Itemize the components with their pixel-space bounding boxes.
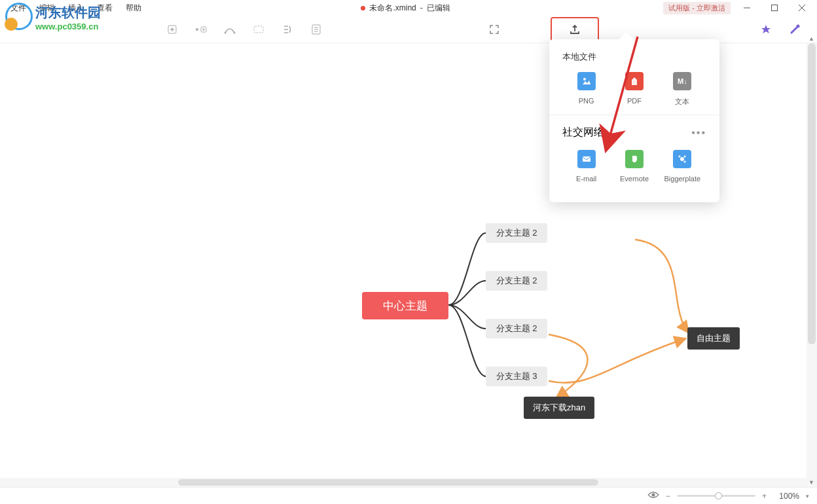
social-title: 社交网络 (562, 126, 604, 139)
format-button[interactable] (783, 19, 807, 40)
summary-button[interactable] (276, 19, 299, 40)
view-mode-icon[interactable] (647, 491, 659, 501)
zoom-slider[interactable] (677, 495, 755, 497)
zoom-out-button[interactable]: − (666, 492, 670, 501)
watermark-cn: 河东软件园 (35, 4, 101, 22)
vertical-scroll-thumb[interactable] (808, 43, 816, 344)
export-popover: 本地文件 PNG PDF M↓ 文本 社交网络 ••• E-mail (549, 39, 719, 202)
outline-button[interactable] (304, 19, 328, 40)
window-close-button[interactable] (791, 1, 813, 14)
branch-topic-3[interactable]: 分支主题 2 (486, 319, 547, 338)
watermark-url: www.pc0359.cn (35, 22, 101, 31)
svg-point-8 (797, 24, 800, 27)
menu-help[interactable]: 帮助 (119, 1, 148, 15)
add-topic-button[interactable] (160, 19, 184, 40)
window-minimize-button[interactable] (736, 1, 758, 14)
export-png-label: PNG (579, 97, 594, 105)
evernote-icon (625, 150, 644, 168)
title-area: 未命名.xmind - 已编辑 (148, 3, 663, 14)
favorite-button[interactable] (754, 19, 778, 40)
trial-badge[interactable]: 试用版 - 立即激活 (663, 2, 731, 14)
svg-point-5 (233, 31, 235, 33)
export-png[interactable]: PNG (564, 72, 609, 107)
share-email-label: E-mail (576, 175, 596, 183)
floating-topic-2[interactable]: 河东下载zhan (524, 397, 594, 419)
share-email[interactable]: E-mail (564, 150, 609, 183)
svg-point-11 (680, 157, 684, 161)
share-biggerplate[interactable]: Biggerplate (659, 150, 705, 183)
svg-rect-10 (583, 156, 590, 162)
branch-topic-2[interactable]: 分支主题 2 (486, 271, 547, 291)
export-pdf[interactable]: PDF (611, 72, 657, 107)
vertical-scrollbar[interactable]: ▲ ▼ (807, 43, 817, 487)
biggerplate-icon (673, 150, 691, 168)
export-pdf-label: PDF (627, 97, 642, 105)
export-text[interactable]: M↓ 文本 (659, 72, 705, 107)
svg-rect-0 (772, 5, 778, 11)
svg-point-2 (196, 28, 198, 31)
status-bar: − + 100% ▾ (0, 487, 817, 504)
menubar: 文件 编辑 插入 查看 帮助 未命名.xmind - 已编辑 试用版 - 立即激… (0, 0, 817, 16)
title-sep: - (420, 3, 423, 12)
menu-file[interactable]: 文件 (4, 1, 33, 15)
horizontal-scroll-thumb[interactable] (178, 479, 598, 486)
svg-point-4 (224, 31, 226, 33)
title-status: 已编辑 (427, 3, 450, 14)
pdf-icon (625, 72, 644, 90)
scroll-up-icon[interactable]: ▲ (808, 35, 814, 42)
unsaved-dot-icon (361, 6, 365, 10)
watermark-text: 河东软件园 www.pc0359.cn (35, 4, 101, 31)
zoom-in-button[interactable]: + (762, 492, 767, 501)
window-maximize-button[interactable] (763, 1, 786, 14)
email-icon (577, 150, 596, 168)
png-icon (577, 72, 596, 90)
export-text-label: 文本 (675, 97, 689, 107)
svg-point-12 (679, 156, 681, 158)
local-files-title: 本地文件 (562, 51, 706, 63)
central-topic[interactable]: 中心主题 (362, 292, 448, 319)
horizontal-scrollbar[interactable] (0, 478, 807, 487)
share-evernote-label: Evernote (620, 175, 649, 183)
floating-topic-1[interactable]: 自由主题 (687, 327, 740, 350)
relationship-button[interactable] (218, 19, 242, 40)
branch-topic-4[interactable]: 分支主题 3 (486, 367, 547, 386)
scroll-down-icon[interactable]: ▼ (808, 479, 814, 486)
svg-point-16 (651, 494, 655, 497)
svg-point-9 (583, 78, 586, 81)
zoom-dropdown-icon[interactable]: ▾ (806, 493, 809, 499)
text-icon: M↓ (673, 72, 691, 90)
title-filename: 未命名.xmind (369, 3, 416, 14)
add-subtopic-button[interactable] (189, 19, 213, 40)
share-evernote[interactable]: Evernote (611, 150, 657, 183)
more-button[interactable]: ••• (691, 127, 706, 139)
svg-point-13 (684, 156, 686, 158)
svg-rect-6 (254, 26, 263, 33)
share-biggerplate-label: Biggerplate (664, 175, 700, 183)
share-export-button[interactable] (551, 17, 599, 42)
fullscreen-button[interactable] (482, 19, 506, 40)
zoom-value: 100% (773, 492, 799, 501)
boundary-button[interactable] (247, 19, 270, 40)
svg-point-14 (684, 161, 686, 163)
branch-topic-1[interactable]: 分支主题 2 (486, 223, 547, 243)
zoom-slider-knob[interactable] (715, 492, 722, 499)
